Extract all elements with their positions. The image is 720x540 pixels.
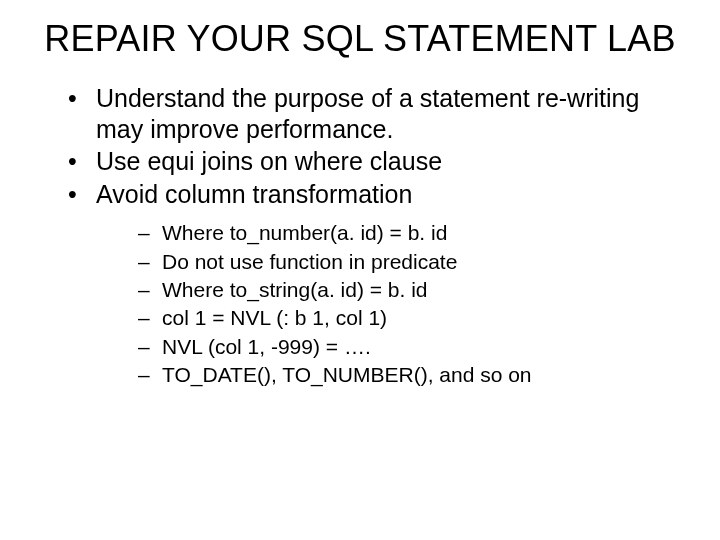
- slide-title: REPAIR YOUR SQL STATEMENT LAB: [28, 18, 692, 59]
- sub-bullet-item: col 1 = NVL (: b 1, col 1): [138, 304, 692, 331]
- sub-bullet-text: Where to_string(a. id) = b. id: [162, 278, 428, 301]
- bullet-item: Understand the purpose of a statement re…: [68, 83, 692, 144]
- bullet-text: Avoid column transformation: [96, 180, 412, 208]
- bullet-text: Use equi joins on where clause: [96, 147, 442, 175]
- sub-bullet-text: NVL (col 1, -999) = ….: [162, 335, 371, 358]
- sub-bullet-list: Where to_number(a. id) = b. id Do not us…: [96, 219, 692, 388]
- sub-bullet-item: Where to_string(a. id) = b. id: [138, 276, 692, 303]
- bullet-list: Understand the purpose of a statement re…: [28, 83, 692, 388]
- sub-bullet-item: Where to_number(a. id) = b. id: [138, 219, 692, 246]
- sub-bullet-text: Do not use function in predicate: [162, 250, 457, 273]
- sub-bullet-text: TO_DATE(), TO_NUMBER(), and so on: [162, 363, 532, 386]
- sub-bullet-item: NVL (col 1, -999) = ….: [138, 333, 692, 360]
- bullet-item: Avoid column transformation Where to_num…: [68, 179, 692, 388]
- sub-bullet-text: col 1 = NVL (: b 1, col 1): [162, 306, 387, 329]
- sub-bullet-text: Where to_number(a. id) = b. id: [162, 221, 447, 244]
- slide: REPAIR YOUR SQL STATEMENT LAB Understand…: [0, 0, 720, 540]
- bullet-text: Understand the purpose of a statement re…: [96, 84, 639, 143]
- sub-bullet-item: TO_DATE(), TO_NUMBER(), and so on: [138, 361, 692, 388]
- sub-bullet-item: Do not use function in predicate: [138, 248, 692, 275]
- bullet-item: Use equi joins on where clause: [68, 146, 692, 177]
